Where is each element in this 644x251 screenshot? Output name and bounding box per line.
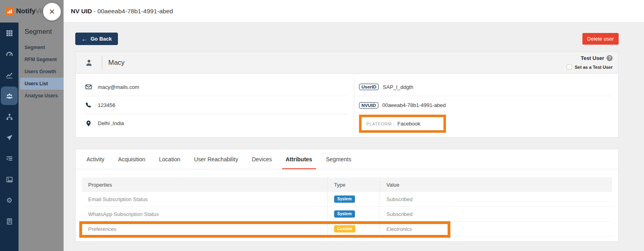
tab-devices[interactable]: Devices <box>245 149 279 169</box>
platform-field: PLATFORM : Facebook <box>361 117 444 130</box>
user-detail-card: Macy Test User ? Set as a Test User macy… <box>75 51 619 138</box>
sidebar-item-users-growth[interactable]: Users Growth <box>19 66 64 78</box>
attributes-table: Properties Type Value Email Subscription… <box>82 177 612 237</box>
notifyvisitors-logo-icon <box>5 7 14 16</box>
table-header-row: Properties Type Value <box>82 177 612 192</box>
tab-segments[interactable]: Segments <box>319 149 358 169</box>
rail-item-apps[interactable] <box>0 23 19 43</box>
go-back-button[interactable]: ← Go Back <box>75 33 118 45</box>
delete-user-button[interactable]: Delete user <box>582 33 619 45</box>
rail-item-journeys[interactable] <box>0 148 19 169</box>
platform-label: PLATFORM : <box>366 121 394 126</box>
platform-highlight-box: PLATFORM : Facebook <box>359 115 446 133</box>
media-image-icon <box>6 176 13 183</box>
rail-item-settings[interactable]: ⚙ <box>0 190 19 211</box>
apps-grid-icon <box>6 30 13 37</box>
back-arrow-icon: ← <box>81 35 87 42</box>
user-card-header: Macy Test User ? Set as a Test User <box>76 52 618 74</box>
phone-value: 123456 <box>98 102 115 108</box>
userid-row: UserID SAP_l_ddgth <box>359 78 611 96</box>
user-card-body: macy@mails.com 123456 Delhi ,India UserI… <box>76 74 618 137</box>
type-badge: System <box>334 210 355 218</box>
rail-item-dashboard[interactable] <box>0 43 19 64</box>
nvuid-badge: NVUID <box>359 102 378 109</box>
top-bar: NV UID - 00aeeab4-78b1-4991-abed <box>0 0 644 23</box>
sidebar-item-analyse-users[interactable]: Analyse Users <box>19 90 64 102</box>
device-mobile-icon <box>6 218 13 225</box>
property-cell: WhatsApp Subscription Status <box>82 207 327 221</box>
rail-item-users[interactable] <box>0 85 19 106</box>
rail-item-hierarchy[interactable] <box>0 106 19 127</box>
user-tabs-card: Activity Acquisition Location User Reach… <box>75 149 619 242</box>
page-title: NV UID - 00aeeab4-78b1-4991-abed <box>71 0 173 23</box>
table-row[interactable]: Preferences Custom Electronics <box>82 222 612 237</box>
rail-item-campaigns[interactable] <box>0 127 19 148</box>
ids-column: UserID SAP_l_ddgth NVUID 00aeeab4-78b1-4… <box>354 74 618 137</box>
contact-column: macy@mails.com 123456 Delhi ,India <box>76 74 354 137</box>
table-row[interactable]: WhatsApp Subscription Status System Subs… <box>82 207 612 222</box>
property-cell: Email Subscription Status <box>82 192 327 206</box>
table-row[interactable]: Email Subscription Status System Subscri… <box>82 192 612 207</box>
nvuid-row: NVUID 00aeeab4-78b1-4991-abed <box>359 96 611 114</box>
location-value: Delhi ,India <box>98 120 124 126</box>
value-cell: Electronics <box>380 222 612 236</box>
value-cell: Subscribed <box>380 192 612 206</box>
location-row: Delhi ,India <box>85 114 347 132</box>
sidebar-item-segment[interactable]: Segment <box>19 41 64 53</box>
sidebar-item-users-list[interactable]: Users List <box>20 78 64 90</box>
set-test-user-label: Set as a Test User <box>575 65 613 70</box>
sidebar-item-rfm-segment[interactable]: RFM Segment <box>19 53 64 66</box>
set-test-user-checkbox[interactable] <box>567 64 572 70</box>
icon-rail: ⚙ <box>0 23 19 251</box>
submenu-title: Segment <box>25 28 64 36</box>
email-icon <box>85 84 92 90</box>
email-row: macy@mails.com <box>85 78 347 96</box>
type-badge: Custom <box>334 225 355 232</box>
phone-row: 123456 <box>85 96 347 114</box>
rail-item-media[interactable] <box>0 169 19 190</box>
avatar <box>76 52 102 73</box>
page-title-uid-label: NV UID <box>71 8 92 15</box>
tab-activity[interactable]: Activity <box>80 149 111 169</box>
tab-location[interactable]: Location <box>152 149 187 169</box>
list-menu-icon <box>6 155 13 162</box>
main-content: ← Go Back Delete user Macy Test User ? S… <box>64 23 644 251</box>
userid-value: SAP_l_ddgth <box>383 84 413 90</box>
person-icon <box>85 59 93 67</box>
property-cell: Preferences <box>82 222 327 236</box>
hierarchy-icon <box>6 113 13 120</box>
email-value: macy@mails.com <box>98 84 139 90</box>
tab-bar: Activity Acquisition Location User Reach… <box>76 149 618 169</box>
close-icon[interactable]: × <box>43 3 61 21</box>
type-badge: System <box>334 195 355 203</box>
help-icon[interactable]: ? <box>607 55 613 61</box>
test-user-label: Test User <box>581 55 604 61</box>
value-cell: Subscribed <box>380 207 612 221</box>
tab-acquisition[interactable]: Acquisition <box>111 149 152 169</box>
column-header-type: Type <box>327 177 380 192</box>
campaigns-send-icon <box>6 134 13 141</box>
column-header-properties: Properties <box>82 177 327 192</box>
location-pin-icon <box>85 120 92 127</box>
dashboard-gauge-icon <box>6 51 13 58</box>
user-name: Macy <box>102 52 125 73</box>
rail-item-device[interactable] <box>0 211 19 232</box>
segment-submenu-panel: Segment Segment RFM Segment Users Growth… <box>19 23 64 251</box>
nvuid-value: 00aeeab4-78b1-4991-abed <box>382 102 446 108</box>
userid-badge: UserID <box>359 84 379 90</box>
users-group-icon <box>6 93 13 99</box>
phone-icon <box>85 102 92 108</box>
tab-user-reachability[interactable]: User Reachability <box>187 149 245 169</box>
settings-gear-icon: ⚙ <box>6 197 12 204</box>
column-header-value: Value <box>380 177 612 192</box>
test-user-block: Test User ? Set as a Test User <box>567 55 613 70</box>
platform-value: Facebook <box>397 121 420 127</box>
page-title-uid-value: - 00aeeab4-78b1-4991-abed <box>94 8 173 15</box>
tab-attributes[interactable]: Attributes <box>279 149 319 169</box>
rail-item-analytics[interactable] <box>0 64 19 85</box>
analytics-chart-icon <box>6 72 13 78</box>
